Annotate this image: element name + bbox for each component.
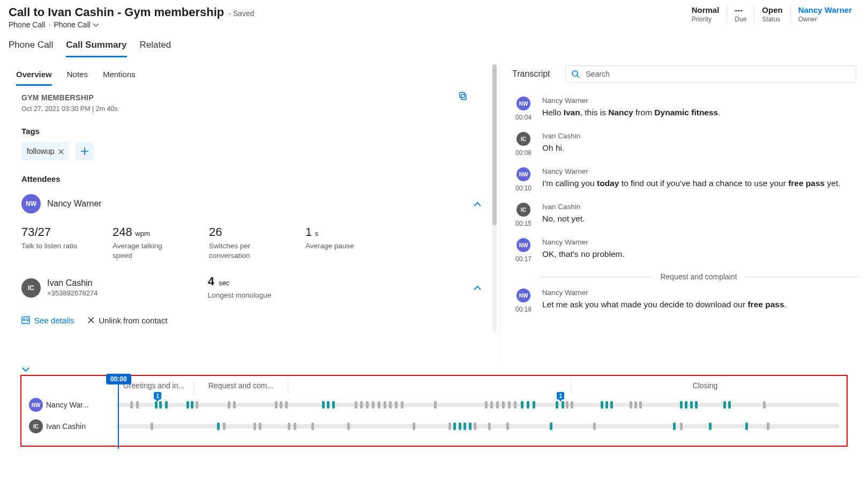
subtab-notes[interactable]: Notes [67, 64, 88, 86]
search-input[interactable] [585, 69, 850, 79]
header-field-owner[interactable]: Nancy WarnerOwner [790, 5, 859, 23]
timeline-tick [474, 423, 476, 430]
transcript-item[interactable]: NW 00:18 Nancy Warner Let me ask you wha… [510, 283, 858, 319]
record-header: Call to Ivan Cashin - Gym membership - S… [6, 5, 862, 31]
transcript-text: Hello Ivan, this is Nancy from Dynamic f… [542, 107, 856, 119]
unlink-contact-link[interactable]: Unlink from contact [88, 316, 167, 325]
timeline-tick [288, 423, 290, 430]
timeline-tick [332, 401, 335, 409]
add-tag-button[interactable] [76, 142, 94, 160]
transcript-title: Transcript [512, 69, 550, 79]
scrollbar-thumb[interactable] [492, 64, 497, 225]
svg-point-3 [23, 319, 25, 321]
timeline-tick [434, 401, 437, 409]
subtab-overview[interactable]: Overview [16, 64, 52, 86]
tags-header: Tags [21, 127, 485, 136]
avatar: NW [517, 289, 530, 302]
timeline-tick [571, 401, 573, 409]
tag-remove-button[interactable] [58, 147, 64, 156]
metric: 1 sAverage pause [305, 225, 370, 261]
subtab-mentions[interactable]: Mentions [103, 64, 136, 86]
timeline-tick [514, 401, 517, 409]
transcript-search[interactable] [565, 65, 856, 83]
timeline-tick [384, 401, 386, 409]
timeline-tick [155, 401, 158, 409]
search-icon [571, 70, 580, 78]
timeline-tick [136, 401, 139, 409]
expand-timeline-button[interactable] [6, 365, 862, 374]
collapse-attendee-button[interactable] [473, 283, 485, 292]
timeline-tick [453, 423, 456, 430]
scrollbar[interactable] [492, 64, 497, 332]
timeline-tick [485, 401, 488, 409]
timeline-marker[interactable]: 1 [154, 392, 161, 400]
attendee-name: Nancy Warner [47, 199, 102, 209]
avatar: NW [517, 167, 530, 181]
timeline-segments: Greetings and in...Request and com...Clo… [114, 380, 839, 394]
avatar: IC [21, 278, 41, 298]
timeline-tick [372, 401, 375, 409]
timeline-tick [366, 401, 369, 409]
collapse-attendee-button[interactable] [473, 199, 485, 208]
timeline-tick [285, 401, 288, 409]
timeline-tick [610, 401, 613, 409]
timeline-tick [233, 401, 236, 409]
tab-phone-call[interactable]: Phone Call [9, 36, 53, 57]
timeline-tick [502, 401, 505, 409]
timeline-tick [463, 423, 466, 430]
timeline-tick [322, 401, 325, 409]
timeline-segment[interactable]: Closing [571, 380, 839, 394]
timeline-tick [767, 423, 769, 430]
timeline-track[interactable] [116, 424, 839, 428]
transcript-item[interactable]: NW 00:04 Nancy Warner Hello Ivan, this i… [510, 91, 858, 127]
timeline-tick [630, 401, 632, 409]
timeline-tick [605, 401, 608, 409]
metric: 26Switches per conversation [209, 225, 279, 261]
transcript-text: Let me ask you what made you decide to d… [542, 299, 856, 310]
transcript-speaker: Ivan Cashin [542, 203, 856, 211]
timeline-marker[interactable]: 1 [557, 392, 564, 400]
transcript-timestamp: 00:04 [515, 114, 532, 121]
tab-related[interactable]: Related [140, 36, 171, 57]
transcript-text: Oh hi. [542, 142, 856, 154]
timeline-tick [601, 401, 603, 409]
timeline-tick [723, 401, 726, 409]
timeline-tick [275, 401, 278, 409]
timeline-tick [680, 401, 683, 409]
tab-call-summary[interactable]: Call Summary [66, 36, 126, 57]
avatar: NW [517, 238, 530, 252]
timeline-tick [728, 401, 731, 409]
see-details-link[interactable]: See details [21, 316, 74, 325]
transcript-item[interactable]: NW 00:10 Nancy Warner I'm calling you to… [510, 162, 858, 197]
timeline-tick [401, 401, 403, 409]
tag-chip[interactable]: followup [21, 142, 69, 160]
transcript-item[interactable]: IC 00:15 Ivan Cashin No, not yet. [510, 197, 858, 233]
transcript-speaker: Nancy Warner [542, 97, 856, 105]
timeline-tick [223, 423, 226, 430]
timeline-track[interactable]: 11 [116, 403, 839, 407]
timeline-speaker-label: NWNancy War... [29, 398, 109, 412]
breadcrumb-form-picker[interactable]: Phone Call [54, 20, 99, 29]
tag-label: followup [27, 147, 54, 156]
playhead[interactable]: 00:00 [106, 374, 131, 449]
svg-rect-0 [461, 94, 466, 100]
timeline-tick [690, 401, 693, 409]
breadcrumb-separator: · [49, 20, 51, 29]
timeline-segment[interactable]: Request and com... [193, 380, 288, 394]
chevron-up-icon [473, 284, 482, 292]
header-field-priority: NormalPriority [684, 5, 727, 23]
contact-card-icon [21, 316, 30, 324]
timeline-tick [165, 401, 168, 409]
timeline-tick [311, 423, 314, 430]
timeline-tick [191, 401, 193, 409]
timeline-tick [709, 423, 712, 430]
attendees-header: Attendees [21, 174, 485, 183]
transcript-item[interactable]: NW 00:17 Nancy Warner OK, that's no prob… [510, 233, 858, 268]
timeline-tick [521, 401, 523, 409]
transcript-timestamp: 00:15 [515, 220, 532, 227]
transcript-item[interactable]: IC 00:08 Ivan Cashin Oh hi. [510, 127, 858, 162]
copy-summary-button[interactable] [458, 91, 468, 101]
timeline-tick [673, 423, 676, 430]
timeline-segment[interactable] [288, 380, 571, 394]
timeline-tick [566, 401, 568, 409]
